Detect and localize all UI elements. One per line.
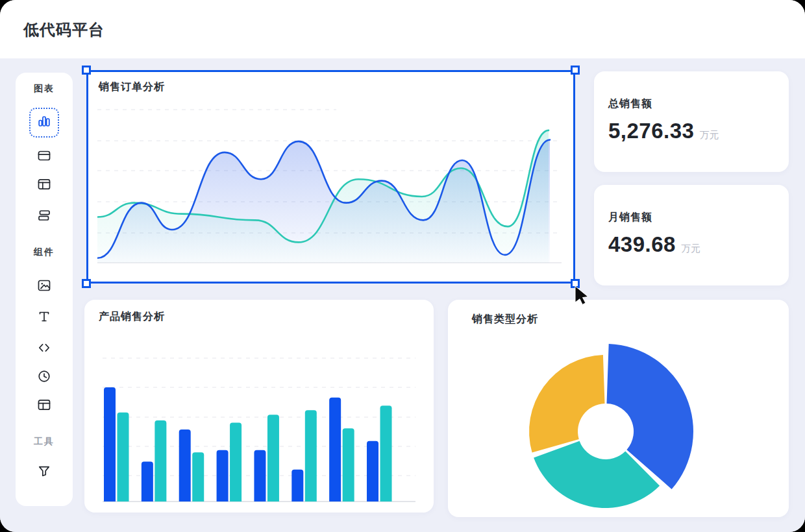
table-icon [36,397,52,415]
sidebar-section-charts-label: 图表 [34,82,55,95]
resize-handle-bottom-left[interactable] [82,279,91,288]
monthly-sales-unit: 万元 [681,243,700,255]
clock-icon [36,369,52,387]
widget-sidebar: 图表 组件 [16,73,73,506]
app-window: 低代码平台 图表 [0,0,805,532]
editor-canvas[interactable]: 图表 组件 [0,58,805,532]
sidebar-item-layout[interactable] [32,174,56,197]
sidebar-item-filter[interactable] [32,461,56,484]
product-sales-chart [97,305,421,513]
sidebar-section-components-label: 组件 [34,245,55,258]
monthly-sales-value: 439.68 [608,232,676,257]
app-header: 低代码平台 [0,0,805,58]
sidebar-item-image[interactable] [32,275,56,298]
sidebar-section-tools-label: 工具 [34,435,55,448]
resize-handle-top-right[interactable] [571,66,580,75]
rows-icon [36,208,52,226]
filter-icon [36,463,52,481]
card-icon [36,148,52,166]
mouse-cursor-icon [574,285,591,306]
bar-chart-icon [36,114,52,132]
monthly-sales-label: 月销售额 [608,211,789,224]
sidebar-item-rows[interactable] [32,205,56,228]
total-sales-label: 总销售额 [608,97,789,111]
total-sales-card[interactable]: 总销售额 5,276.33 万元 [594,71,789,172]
monthly-sales-card[interactable]: 月销售额 439.68 万元 [594,185,789,285]
code-icon [36,340,52,358]
sidebar-item-table[interactable] [32,394,56,418]
app-title: 低代码平台 [0,0,805,40]
sidebar-item-card[interactable] [32,145,56,169]
sidebar-item-text[interactable] [32,306,56,330]
resize-handle-top-left[interactable] [82,66,91,75]
total-sales-unit: 万元 [699,129,719,141]
image-icon [36,278,52,296]
sidebar-item-bar-chart[interactable] [29,108,59,138]
sales-type-donut [448,300,789,517]
sales-order-chart [97,102,566,265]
sales-order-card[interactable]: 销售订单分析 [88,72,573,282]
selected-widget[interactable]: 销售订单分析 [86,70,575,284]
total-sales-value: 5,276.33 [608,119,694,143]
layout-icon [36,176,52,195]
sales-order-title: 销售订单分析 [99,80,165,94]
sidebar-item-code[interactable] [32,337,56,361]
product-sales-card[interactable]: 产品销售分析 [84,300,434,513]
sales-type-card[interactable]: 销售类型分析 [448,300,789,517]
text-icon [36,309,52,327]
sidebar-item-clock[interactable] [32,366,56,389]
